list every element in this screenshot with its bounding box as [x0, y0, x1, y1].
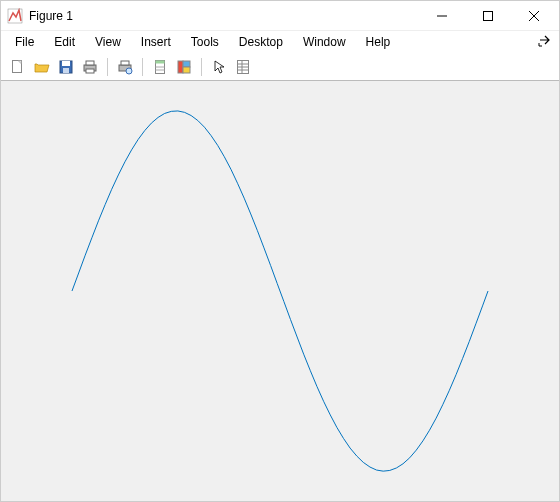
menubar: File Edit View Insert Tools Desktop Wind…: [1, 31, 559, 53]
menu-view[interactable]: View: [85, 33, 131, 51]
print-icon[interactable]: [79, 56, 101, 78]
svg-rect-12: [86, 69, 94, 73]
svg-point-15: [126, 68, 132, 74]
toolbar: [1, 53, 559, 81]
data-cursor-icon[interactable]: [149, 56, 171, 78]
window-title: Figure 1: [29, 9, 419, 23]
svg-rect-21: [183, 61, 190, 67]
save-icon[interactable]: [55, 56, 77, 78]
svg-rect-17: [156, 60, 165, 63]
toolbar-separator: [107, 58, 108, 76]
maximize-button[interactable]: [465, 1, 511, 31]
svg-rect-22: [183, 67, 190, 73]
menu-help[interactable]: Help: [356, 33, 401, 51]
menu-edit[interactable]: Edit: [44, 33, 85, 51]
svg-rect-20: [178, 61, 183, 73]
plot-area[interactable]: [1, 81, 559, 501]
plot-canvas: [1, 81, 559, 501]
minimize-button[interactable]: [419, 1, 465, 31]
menu-desktop[interactable]: Desktop: [229, 33, 293, 51]
titlebar: Figure 1: [1, 1, 559, 31]
new-figure-icon[interactable]: [7, 56, 29, 78]
print-preview-icon[interactable]: [114, 56, 136, 78]
toolbar-separator: [142, 58, 143, 76]
window-controls: [419, 1, 557, 31]
matlab-icon: [7, 8, 23, 24]
color-icon[interactable]: [173, 56, 195, 78]
menu-tools[interactable]: Tools: [181, 33, 229, 51]
line-series: [72, 111, 488, 471]
toolbar-separator: [201, 58, 202, 76]
svg-rect-14: [121, 61, 129, 65]
pointer-icon[interactable]: [208, 56, 230, 78]
menu-insert[interactable]: Insert: [131, 33, 181, 51]
svg-rect-9: [63, 68, 69, 73]
menu-file[interactable]: File: [5, 33, 44, 51]
open-file-icon[interactable]: [31, 56, 53, 78]
inspector-icon[interactable]: [232, 56, 254, 78]
svg-rect-2: [484, 11, 493, 20]
close-button[interactable]: [511, 1, 557, 31]
menu-window[interactable]: Window: [293, 33, 356, 51]
svg-rect-8: [62, 61, 70, 66]
svg-rect-11: [86, 61, 94, 65]
undock-icon[interactable]: [537, 33, 553, 49]
